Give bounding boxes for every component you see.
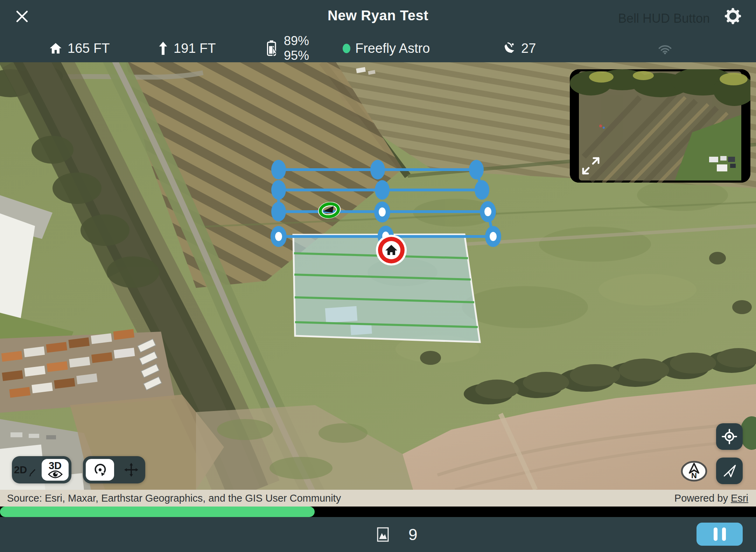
waypoint-marker[interactable] <box>370 160 385 179</box>
rotate-mode-button[interactable] <box>86 459 114 481</box>
satellite-icon <box>503 42 516 55</box>
navigate-arrow-icon <box>721 463 737 479</box>
up-arrow-icon <box>158 41 169 55</box>
compass-button[interactable]: N <box>680 460 708 482</box>
expand-preview-button[interactable] <box>580 155 602 177</box>
aircraft-status-dot <box>343 44 350 53</box>
battery-values: 89% 95% <box>284 34 309 63</box>
pause-mission-button[interactable] <box>696 523 743 546</box>
home-marker[interactable] <box>376 235 407 266</box>
aircraft-name: Freefly Astro <box>355 41 430 56</box>
status-bar: 165 FT 191 FT 89% 95% <box>0 34 756 62</box>
satellite-count: 27 <box>521 41 536 56</box>
locate-icon <box>721 429 737 445</box>
map-viewport[interactable]: 2D 3D <box>0 62 756 490</box>
close-button[interactable] <box>14 8 30 24</box>
waypoint-marker-open[interactable] <box>485 226 501 247</box>
attribution-text: Source: Esri, Maxar, Earthstar Geographi… <box>7 493 341 504</box>
photo-count: 9 <box>408 525 418 544</box>
waypoint-marker-open[interactable] <box>271 226 287 247</box>
photo-counter: 9 <box>377 517 418 552</box>
close-icon <box>14 8 30 24</box>
waypoint-marker[interactable] <box>475 180 489 200</box>
waypoint-marker[interactable] <box>271 160 286 179</box>
home-altitude-value: 165 FT <box>68 41 110 56</box>
view-mode-toggle: 2D 3D <box>12 456 71 483</box>
gear-icon <box>724 7 742 25</box>
powered-by: Powered by Esri <box>674 493 748 504</box>
pause-icon <box>722 528 726 541</box>
pan-icon <box>124 462 139 477</box>
progress-fill <box>0 507 315 517</box>
photo-icon <box>377 527 389 542</box>
home-icon <box>49 42 63 55</box>
eye-icon <box>48 470 63 479</box>
battery-item: 89% 95% <box>265 34 309 62</box>
battery-primary: 89% <box>284 34 309 48</box>
hud-hidden-label: Bell HUD Button <box>618 11 710 26</box>
map-attribution: Source: Esri, Maxar, Earthstar Geographi… <box>0 490 756 507</box>
pause-icon <box>714 528 718 541</box>
drone-marker[interactable] <box>317 201 342 220</box>
aircraft-item: Freefly Astro <box>343 34 430 62</box>
pencil-icon <box>28 467 37 477</box>
compass-letter: N <box>691 471 697 480</box>
app-root: New Ryan Test Bell HUD Button 165 FT <box>0 0 756 552</box>
home-altitude-item: 165 FT <box>49 34 110 62</box>
page-title: New Ryan Test <box>328 8 428 23</box>
mode-3d-label: 3D <box>49 461 62 470</box>
wifi-item <box>657 34 673 62</box>
pan-mode-button[interactable] <box>117 456 145 483</box>
map-gesture-toggle <box>83 456 145 483</box>
mode-3d-content: 3D <box>48 461 63 479</box>
locate-me-button[interactable] <box>716 423 743 450</box>
rotate-icon <box>92 462 108 477</box>
mission-progress-track <box>0 507 756 517</box>
waypoint-marker[interactable] <box>375 180 390 200</box>
expand-icon <box>580 155 602 177</box>
bottom-bar: 9 <box>0 517 756 552</box>
waypoint-marker[interactable] <box>271 180 286 200</box>
wifi-icon <box>657 42 673 54</box>
waypoint-marker[interactable] <box>271 202 286 221</box>
altitude-item: 191 FT <box>158 34 216 62</box>
mode-2d-label: 2D <box>14 464 27 476</box>
header: New Ryan Test Bell HUD Button 165 FT <box>0 0 756 62</box>
camera-feed-preview[interactable] <box>570 69 750 183</box>
waypoint-marker[interactable] <box>469 160 484 179</box>
mode-2d-button[interactable]: 2D <box>12 456 39 483</box>
settings-button[interactable] <box>724 7 742 25</box>
waypoint-marker-open[interactable] <box>480 201 496 222</box>
battery-icon <box>265 40 279 57</box>
satellite-item: 27 <box>503 34 536 62</box>
waypoint-marker-open[interactable] <box>374 201 390 222</box>
altitude-value: 191 FT <box>174 41 216 56</box>
esri-link[interactable]: Esri <box>731 493 748 504</box>
navigate-button[interactable] <box>716 458 743 484</box>
mode-3d-button[interactable]: 3D <box>42 459 69 481</box>
battery-secondary: 95% <box>284 48 309 63</box>
powered-by-prefix: Powered by <box>674 493 731 504</box>
